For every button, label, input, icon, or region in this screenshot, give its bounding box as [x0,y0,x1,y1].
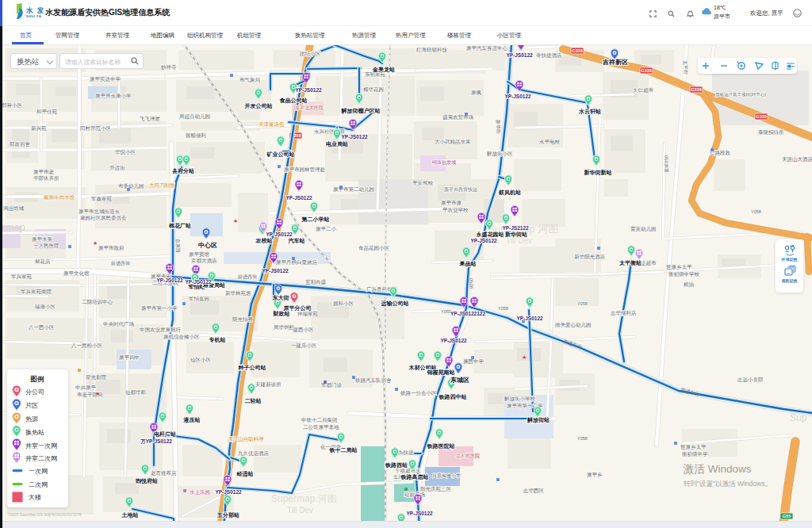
svg-text:专机站: 专机站 [209,336,226,343]
svg-text:干部休养所: 干部休养所 [33,175,59,182]
svg-text:永平电校: 永平电校 [539,139,561,144]
svg-text:解放街棚户区站: 解放街棚户区站 [341,107,381,114]
svg-text:原枫: 原枫 [471,90,482,95]
svg-text:原平市政府: 原平市政府 [98,245,124,251]
svg-text:YP-JS0122: YP-JS0122 [262,268,289,274]
svg-text:G338: G338 [691,87,701,92]
svg-text:★: ★ [233,218,238,224]
svg-text:红海联锁科技: 红海联锁科技 [416,47,448,53]
svg-text:二阴培训中心: 二阴培训中心 [82,299,113,305]
svg-text:中心区: 中心区 [198,242,217,249]
svg-text:YP-JS0122: YP-JS0122 [440,338,467,343]
svg-text:中国农业发展银行: 中国农业发展银行 [140,327,182,332]
svg-text:育英幼儿园: 育英幼儿园 [630,226,657,232]
svg-text:衡初级中学校: 衡初级中学校 [668,271,700,277]
svg-text:铁路四中站: 铁路四中站 [439,393,467,400]
svg-text:G338: G338 [756,114,766,119]
svg-text:八一面粉小区: 八一面粉小区 [71,342,103,349]
svg-text:G55: G55 [783,514,791,518]
svg-text:原平文化馆: 原平文化馆 [63,270,90,277]
svg-text:Supermap: Supermap [0,221,25,233]
svg-text:锦霞苑南站: 锦霞苑南站 [427,369,455,376]
svg-text:井室二次网: 井室二次网 [25,455,57,462]
svg-text:中央时代广场: 中央时代广场 [103,321,134,327]
svg-text:土地站: 土地站 [121,512,139,518]
svg-text:YP-JS0122: YP-JS0122 [285,195,312,201]
svg-text:中共原平: 中共原平 [75,385,97,391]
svg-text:万YP-JS0122: 万YP-JS0122 [140,438,172,445]
svg-text:YP-JS2122: YP-JS2122 [502,225,529,231]
svg-text:一建乐小区: 一建乐小区 [291,342,317,349]
svg-text:YP-JS0122122: YP-JS0122122 [450,311,485,316]
svg-text:Till Dev: Till Dev [506,236,532,245]
svg-text:太平衡站: 太平衡站 [619,260,642,266]
svg-text:解放街小区: 解放街小区 [486,151,513,157]
svg-text:久快捷: 久快捷 [398,450,414,456]
svg-text:衡初级中学: 衡初级中学 [682,451,708,457]
svg-text:原平市老: 原平市老 [33,169,55,174]
svg-text:阳光怡景: 阳光怡景 [232,316,254,323]
svg-text:原平二小: 原平二小 [316,226,337,231]
svg-text:电业局站: 电业局站 [326,141,348,147]
svg-text:祥瑞家苑: 祥瑞家苑 [297,311,319,317]
svg-text:换热站: 换热站 [25,429,44,436]
svg-text:第二小学站: 第二小学站 [301,216,330,223]
svg-text:果品站: 果品站 [459,261,477,267]
svg-text:运输公司站: 运输公司站 [381,300,409,307]
svg-text:五分部站: 五分部站 [216,511,239,518]
svg-text:井室一次网: 井室一次网 [25,442,57,450]
svg-text:铁路一分会小区: 铁路一分会小区 [400,390,437,396]
svg-text:老百姓布店: 老百姓布店 [151,470,177,476]
svg-text:原平水第: 原平水第 [32,236,53,242]
svg-text:奇快捷酒店: 奇快捷酒店 [536,52,562,59]
svg-text:YP-JS0122: YP-JS0122 [185,279,212,285]
svg-text:YP-JS0122: YP-JS0122 [215,489,242,495]
svg-text:千禧超市火: 千禧超市火 [395,468,421,474]
svg-text:盛夷农贸市场: 盛夷农贸市场 [442,114,473,121]
svg-text:原平北大医院: 原平北大医院 [295,105,324,111]
svg-text:京都大酒店: 京都大酒店 [191,258,217,264]
svg-text:安建新诊所: 安建新诊所 [255,381,282,388]
svg-text:Y058: Y058 [577,436,588,441]
svg-text:开运街: 开运街 [109,165,125,171]
svg-text:新华阳光酒店: 新华阳光酒店 [574,254,606,260]
svg-text:泛超市: 泛超市 [641,260,657,266]
svg-text:©2023 SuperMap GIS 审图号GS(2023): ©2023 SuperMap GIS 审图号GS(2023)2767号 [8,512,82,517]
svg-text:原平实达中学: 原平实达中学 [90,76,121,82]
svg-text:铁路医院站: 铁路医院站 [427,443,455,450]
svg-text:仙区小区: 仙区小区 [190,357,212,362]
svg-text:华悦小区: 华悦小区 [115,149,136,155]
svg-text:飞飞理发: 飞飞理发 [140,116,161,121]
svg-text:铁十二局站: 铁十二局站 [329,447,358,453]
svg-text:煦悦府站: 煦悦府站 [136,477,158,484]
svg-text:一次网: 一次网 [29,468,48,475]
svg-text:财政站: 财政站 [273,310,290,317]
svg-text:二次网: 二次网 [29,481,48,488]
svg-text:原平賓馆: 原平賓馆 [189,251,210,258]
svg-text:二人民医院: 二人民医院 [456,453,480,459]
svg-text:九久优选酒店: 九久优选酒店 [238,450,270,457]
svg-text:G338: G338 [641,68,651,73]
svg-text:二公司原平基地: 二公司原平基地 [303,424,339,430]
svg-text:热源: 热源 [25,415,39,423]
svg-text:种子公司站: 种子公司站 [238,365,266,371]
svg-text:中铁十二局集团: 中铁十二局集团 [301,417,338,423]
svg-text:矿业公司站: 矿业公司站 [266,151,295,158]
svg-text:平农业学校: 平农业学校 [442,207,469,212]
svg-text:平安驾校: 平安驾校 [412,180,434,186]
svg-text:粮油: 粮油 [684,281,695,288]
svg-text:经适站: 经适站 [236,470,254,477]
svg-text:新华街站: 新华街站 [504,231,527,238]
svg-text:图例: 图例 [31,375,45,383]
svg-text:大同刀削面: 大同刀削面 [149,182,175,189]
svg-text:吉祥新区: 吉祥新区 [602,58,628,66]
svg-text:水云轩站: 水云轩站 [578,109,601,115]
svg-text:县府分站: 县府分站 [172,167,194,174]
svg-text:泰隆招待所: 泰隆招待所 [758,129,784,136]
svg-text:一建西小区: 一建西小区 [288,327,314,333]
svg-text:Y058: Y058 [751,209,761,214]
svg-text:大楼: 大楼 [29,494,41,501]
svg-text:Y058: Y058 [498,306,508,311]
svg-text:市委幼儿园: 市委幼儿园 [118,183,144,189]
svg-text:棉花厂站: 棉花厂站 [168,223,191,229]
